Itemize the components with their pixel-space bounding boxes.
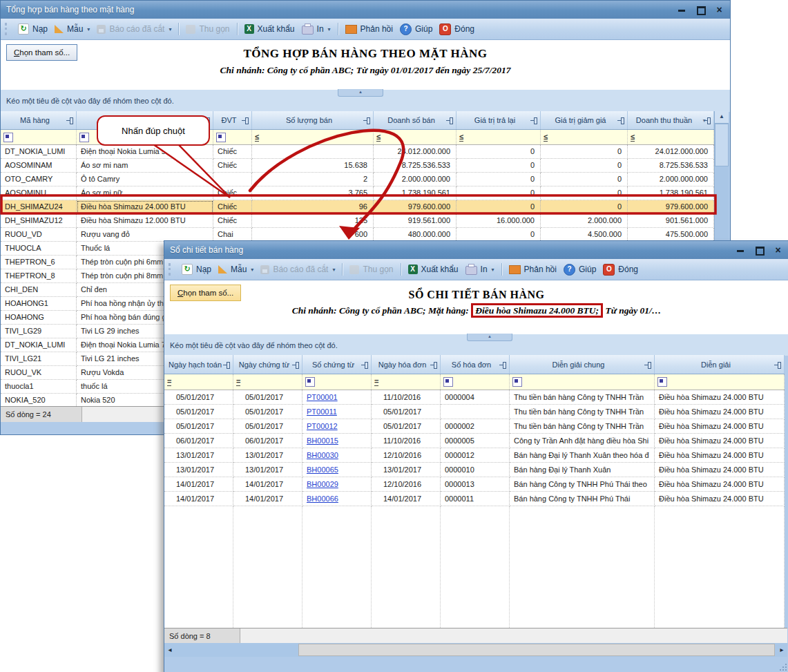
titlebar[interactable]: Tổng hợp bán hàng theo mặt hàng × xyxy=(1,1,730,19)
column-header[interactable]: Mã hàng xyxy=(1,111,77,129)
filter-cell[interactable] xyxy=(77,130,213,144)
export-button[interactable]: XXuất khẩu xyxy=(241,22,298,36)
filter-box-icon[interactable] xyxy=(657,377,667,387)
filter-cell[interactable] xyxy=(510,374,655,390)
load-button[interactable]: ↻Nạp xyxy=(15,21,51,37)
horizontal-scrollbar[interactable]: ◂ ▸ xyxy=(164,643,787,657)
table-row[interactable]: 05/01/201705/01/2017PT0001205/01/2017000… xyxy=(164,419,785,434)
pin-icon[interactable] xyxy=(430,361,438,369)
table-row[interactable]: 05/01/201705/01/2017PT0001105/01/2017Thu… xyxy=(164,405,785,419)
filter-box-icon[interactable] xyxy=(3,133,13,142)
filter-box-icon[interactable] xyxy=(79,133,89,142)
filter-operator-icon[interactable]: ≤ xyxy=(255,133,259,142)
pin-icon[interactable] xyxy=(363,117,371,124)
table-row[interactable]: AOSOMINUÁo sơ mi nữChiếc3.7651.738.190.5… xyxy=(1,186,714,200)
table-row[interactable]: 05/01/201705/01/2017PT0000111/10/2016000… xyxy=(164,390,785,405)
collapse-panel-tab[interactable]: ▲ xyxy=(467,334,512,341)
voucher-link[interactable]: PT00011 xyxy=(307,407,337,416)
titlebar[interactable]: Sổ chi tiết bán hàng × xyxy=(164,241,788,259)
column-header[interactable]: Diễn giải chung xyxy=(510,355,655,374)
table-row[interactable]: 14/01/201714/01/2017BH0002912/10/2016000… xyxy=(164,477,785,492)
filter-operator-icon[interactable]: ≤ xyxy=(631,133,635,142)
pin-icon[interactable] xyxy=(774,361,782,369)
feedback-button[interactable]: Phản hồi xyxy=(342,22,396,36)
scrollbar-thumb[interactable] xyxy=(298,644,775,656)
help-button[interactable]: ?Giúp xyxy=(396,21,436,37)
column-header[interactable]: Doanh số bán xyxy=(374,111,457,129)
close-window-button[interactable]: × xyxy=(773,245,783,256)
pin-icon[interactable] xyxy=(223,361,231,369)
voucher-link[interactable]: BH00029 xyxy=(307,480,338,488)
column-header[interactable]: Giá trị giảm giá xyxy=(541,111,628,129)
pin-icon[interactable] xyxy=(499,361,507,369)
table-row[interactable]: AOSOMINAMÁo sơ mi namChiếc15.6388.725.53… xyxy=(1,159,714,173)
column-header[interactable]: Diễn giải xyxy=(655,355,785,374)
filter-operator-icon[interactable]: = xyxy=(374,378,378,386)
column-header[interactable]: Doanh thu thuần▼ xyxy=(628,111,714,129)
filter-box-icon[interactable] xyxy=(443,377,453,387)
filter-cell[interactable] xyxy=(213,130,252,144)
load-button[interactable]: ↻Nạp xyxy=(178,262,215,277)
voucher-link[interactable]: BH00015 xyxy=(307,436,338,445)
filter-operator-icon[interactable]: ≤ xyxy=(459,133,463,142)
export-button[interactable]: XXuất khẩu xyxy=(405,262,462,276)
filter-cell[interactable]: ≤ xyxy=(252,130,374,144)
filter-box-icon[interactable] xyxy=(305,377,315,387)
scrollbar-thumb[interactable] xyxy=(715,124,729,166)
column-header[interactable] xyxy=(77,111,213,129)
filter-operator-icon[interactable]: ≤ xyxy=(376,133,381,142)
pin-icon[interactable] xyxy=(644,361,652,369)
filter-cell[interactable] xyxy=(1,130,77,144)
table-row[interactable]: RUOU_VDRượu vang đỏChai600480.000.00004.… xyxy=(1,228,714,242)
table-row[interactable]: DT_NOKIA_LUMIĐiện thoại Nokia Lumia 520C… xyxy=(1,145,714,159)
voucher-link[interactable]: BH00065 xyxy=(307,465,338,474)
column-header[interactable]: Giá trị trả lại xyxy=(457,111,541,129)
filter-cell[interactable] xyxy=(441,374,510,390)
column-header[interactable]: Số chứng từ xyxy=(302,355,372,374)
pin-icon[interactable] xyxy=(446,117,454,124)
print-button[interactable]: In▾ xyxy=(462,262,498,277)
column-header[interactable]: Ngày hóa đơn xyxy=(372,355,441,374)
filter-box-icon[interactable] xyxy=(512,377,522,387)
scrollbar-track[interactable] xyxy=(175,643,776,657)
resize-grip[interactable] xyxy=(778,662,787,671)
table-row[interactable]: OTO_CAMRYÔ tô Camry22.000.000.000002.000… xyxy=(1,173,714,186)
template-button[interactable]: Mẫu▾ xyxy=(51,22,93,36)
pin-icon[interactable] xyxy=(530,117,538,124)
minimize-button[interactable] xyxy=(677,5,687,15)
table-row[interactable]: 06/01/201706/01/2017BH0001511/10/2016000… xyxy=(164,434,785,448)
feedback-button[interactable]: Phản hồi xyxy=(506,262,560,276)
scroll-right-icon[interactable]: ▸ xyxy=(776,643,787,657)
filter-cell[interactable]: = xyxy=(372,374,441,390)
filter-cell[interactable]: = xyxy=(164,374,233,390)
filter-cell[interactable]: ≤ xyxy=(457,130,541,144)
column-header[interactable]: Ngày chứng từ xyxy=(233,355,302,374)
pin-icon[interactable] xyxy=(66,117,74,124)
choose-params-button[interactable]: Chọn tham số... xyxy=(6,44,77,61)
voucher-link[interactable]: PT00001 xyxy=(307,393,338,401)
filter-operator-icon[interactable]: = xyxy=(167,378,171,386)
voucher-link[interactable]: BH00030 xyxy=(307,451,338,459)
column-header[interactable]: ĐVT xyxy=(213,111,252,129)
pin-icon[interactable] xyxy=(704,117,711,124)
pin-icon[interactable] xyxy=(292,361,300,369)
table-row[interactable]: 13/01/201713/01/2017BH0006513/01/2017000… xyxy=(164,463,785,477)
filter-cell[interactable]: ≤ xyxy=(374,130,457,144)
filter-cell[interactable]: ≤ xyxy=(628,130,714,144)
close-button[interactable]: OĐóng xyxy=(599,262,642,278)
close-button[interactable]: OĐóng xyxy=(436,21,478,37)
scroll-left-icon[interactable]: ◂ xyxy=(164,643,175,657)
filter-operator-icon[interactable]: ≤ xyxy=(544,133,548,142)
pin-icon[interactable] xyxy=(361,361,369,369)
collapse-panel-tab[interactable]: ▲ xyxy=(338,89,383,97)
pin-icon[interactable] xyxy=(203,117,211,124)
maximize-button[interactable] xyxy=(695,5,706,15)
maximize-button[interactable] xyxy=(754,245,765,256)
column-header[interactable]: Số lượng bán xyxy=(252,111,374,129)
filter-box-icon[interactable] xyxy=(216,133,226,142)
table-row[interactable]: 13/01/201713/01/2017BH0003012/10/2016000… xyxy=(164,448,785,463)
voucher-link[interactable]: BH00066 xyxy=(307,495,338,503)
minimize-button[interactable] xyxy=(736,245,746,256)
help-button[interactable]: ?Giúp xyxy=(560,262,599,278)
print-button[interactable]: In▾ xyxy=(298,21,334,37)
